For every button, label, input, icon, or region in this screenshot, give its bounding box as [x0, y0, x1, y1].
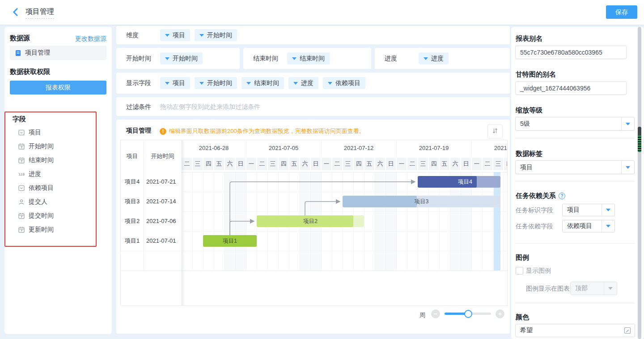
permission-heading: 数据获取权限 — [10, 68, 50, 76]
zoom-slider-thumb[interactable] — [464, 310, 472, 318]
zoom-level-select[interactable]: 5级 — [515, 117, 635, 131]
panel-scrollbar-track[interactable] — [638, 27, 641, 339]
start-time-tags: 开始时间 — [160, 52, 203, 64]
day-header: 六 — [375, 158, 385, 170]
task-id-label: 任务标识字段 — [516, 206, 553, 215]
zoom-unit-label: 周 — [419, 311, 425, 319]
display-fields-label: 显示字段 — [126, 79, 151, 87]
panel-scrollbar-thumb[interactable] — [638, 127, 641, 152]
gantt-bar-项目2[interactable]: 项目2 — [257, 215, 364, 227]
datasource-item[interactable]: 项目管理 — [10, 46, 106, 60]
tag-label: 项目 — [173, 79, 185, 87]
chevron-down-icon — [292, 57, 297, 60]
field-tag[interactable]: 项目 — [160, 29, 190, 41]
gantt-alias-heading: 甘特图的别名 — [516, 70, 556, 79]
field-item-3[interactable]: 结束时间 — [18, 155, 54, 166]
field-tag[interactable]: 开始时间 — [195, 77, 237, 89]
legend-heading: 图例 — [516, 253, 529, 262]
top-bar: 项目管理 保存 — [0, 0, 644, 25]
chevron-down-icon — [165, 34, 169, 37]
color-scheme-value: 希望 — [516, 326, 624, 335]
gantt-bar-项目4[interactable]: 项目4 — [418, 176, 500, 188]
day-header: 四 — [504, 158, 508, 170]
field-item-8[interactable]: 更新时间 — [18, 224, 54, 235]
day-gridline — [225, 172, 225, 270]
back-icon[interactable] — [11, 7, 21, 18]
task-dep-select[interactable]: 依赖项目 — [562, 220, 615, 232]
chevron-down-icon — [602, 220, 614, 232]
field-item-2[interactable]: 开始时间 — [18, 141, 54, 152]
tag-label: 开始时间 — [207, 79, 232, 87]
show-legend-checkbox[interactable] — [516, 267, 523, 275]
settings-panel: 报表别名 甘特图的别名 缩放等级 5级 数据标签 项目 任务依赖关系 ? 任务标… — [511, 27, 644, 339]
day-gridline — [203, 172, 203, 270]
col-header-start: 开始时间 — [144, 140, 182, 172]
table-row-border — [121, 251, 182, 251]
help-icon[interactable]: ? — [559, 193, 565, 199]
progress-tags: 进度 — [419, 52, 449, 64]
row-gridline — [182, 251, 508, 251]
task-dep-label: 任务依赖字段 — [516, 223, 553, 231]
day-header: 四 — [354, 158, 364, 170]
field-item-5[interactable]: 依赖项目 — [18, 183, 54, 193]
dependency-heading: 任务依赖关系 — [516, 192, 556, 200]
task-id-select[interactable]: 项目 — [562, 204, 615, 216]
task-start-cell: 2021-07-01 — [144, 231, 182, 251]
day-header: 日 — [236, 158, 246, 170]
filter-row[interactable]: 过滤条件 拖动左侧字段到此处来添加过滤条件 — [116, 97, 510, 116]
date-field-icon — [18, 143, 25, 150]
gantt-bar-项目1[interactable]: 项目1 — [203, 235, 257, 247]
chevron-down-icon — [165, 57, 169, 60]
tag-label: 结束时间 — [300, 55, 325, 63]
sort-button[interactable] — [487, 124, 503, 139]
field-item-4[interactable]: 123进度 — [18, 169, 41, 180]
report-alias-input[interactable] — [515, 46, 627, 59]
notice-text: 编辑界面只取数据源前200条作为查询数据预览，完整数据请访问页面查看。 — [169, 127, 365, 135]
fields-list: 项目开始时间结束时间123进度依赖项目提交人提交时间更新时间 — [4, 127, 112, 238]
field-item-1[interactable]: 项目 — [18, 127, 41, 138]
show-legend-label: 显示图例 — [526, 267, 551, 275]
report-permission-button[interactable]: 报表权限 — [10, 81, 106, 94]
end-time-label: 结束时间 — [253, 55, 278, 63]
field-tag[interactable]: 结束时间 — [242, 77, 284, 89]
field-label: 项目 — [29, 129, 41, 137]
field-item-7[interactable]: 提交时间 — [18, 210, 54, 221]
color-scheme-input[interactable]: 希望 — [515, 324, 635, 337]
end-time-row: 结束时间 结束时间 — [243, 48, 371, 69]
sort-icon — [492, 128, 498, 136]
gantt-chart: 2021-06-282021-07-052021-07-122021-07-19… — [120, 140, 508, 306]
weekend-column — [225, 172, 235, 270]
zoom-in-button[interactable]: + — [496, 309, 504, 318]
start-time-row: 开始时间 开始时间 — [116, 48, 240, 69]
day-header: 六 — [300, 158, 310, 170]
field-tag[interactable]: 依赖项目 — [323, 77, 365, 89]
field-item-6[interactable]: 提交人 — [18, 197, 47, 207]
filter-label: 过滤条件 — [126, 103, 151, 111]
zoom-out-button[interactable]: − — [431, 309, 440, 318]
tag-label: 开始时间 — [173, 55, 198, 63]
field-tag[interactable]: 进度 — [419, 52, 449, 64]
day-header: 三 — [343, 158, 353, 170]
field-label: 结束时间 — [29, 156, 54, 164]
day-gridline — [214, 172, 214, 270]
field-tag[interactable]: 开始时间 — [160, 52, 203, 64]
gantt-alias-input[interactable] — [515, 82, 627, 95]
dimension-row: 维度 项目开始时间 — [116, 26, 510, 44]
legend-pos-select[interactable]: 顶部 — [570, 282, 617, 295]
change-datasource-link[interactable]: 更改数据源 — [75, 35, 106, 43]
weekend-column — [235, 172, 246, 270]
tag-label: 项目 — [173, 31, 185, 39]
day-header: 五 — [364, 158, 374, 170]
field-tag[interactable]: 进度 — [288, 77, 318, 89]
gantt-bar-项目3[interactable]: 项目3 — [343, 196, 500, 207]
task-start-cell: 2021-07-21 — [144, 172, 182, 192]
day-header: 六 — [450, 158, 460, 170]
field-tag[interactable]: 项目 — [160, 77, 190, 89]
day-header: 四 — [203, 158, 213, 170]
warning-icon: ! — [160, 128, 166, 135]
save-button[interactable]: 保存 — [606, 5, 637, 19]
field-tag[interactable]: 结束时间 — [287, 52, 330, 64]
field-tag[interactable]: 开始时间 — [195, 29, 237, 41]
data-label-select[interactable]: 项目 — [515, 160, 635, 174]
edit-icon[interactable] — [624, 327, 635, 334]
